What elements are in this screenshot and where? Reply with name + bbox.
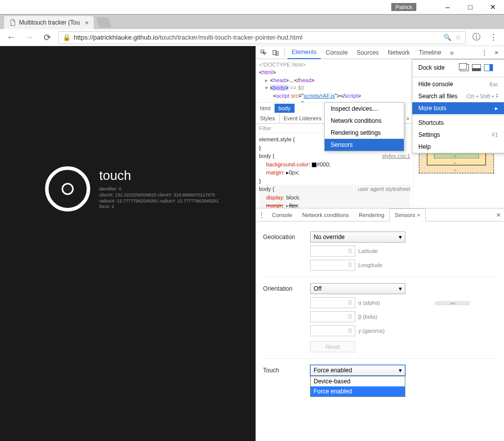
menu-help[interactable]: Help	[412, 141, 504, 153]
minimize-button[interactable]: –	[436, 0, 459, 14]
chevron-down-icon: ▾	[399, 367, 402, 374]
device-mode-icon[interactable]	[270, 49, 281, 56]
page-viewport[interactable]: touch identifier: 0 clientX: 152.2222290…	[0, 46, 256, 441]
breadcrumb-html[interactable]: html	[256, 104, 275, 113]
more-tools-submenu: Inspect devices… Network conditions Rend…	[324, 102, 404, 151]
touch-coords: clientX: 152.2222290039625 clientY: 318.…	[99, 192, 218, 198]
window-titlebar: Patrick – □ ✕	[0, 0, 504, 14]
info-icon[interactable]: ⓘ	[470, 31, 483, 44]
close-drawer-tab-icon[interactable]: ×	[417, 212, 420, 218]
page-icon	[9, 19, 16, 26]
submenu-inspect-devices[interactable]: Inspect devices…	[325, 103, 404, 115]
url-path: /touch/tracker/multi-touch-tracker-point…	[158, 34, 302, 41]
latitude-label: Latitude	[358, 248, 378, 254]
devtools-tabbar: Elements Console Sources Network Timelin…	[256, 46, 504, 59]
css-element-style[interactable]: element.style {	[259, 136, 295, 142]
submenu-network-conditions[interactable]: Network conditions	[325, 115, 404, 127]
reset-button[interactable]: Reset	[310, 341, 355, 352]
forward-button[interactable]: →	[22, 31, 36, 45]
sensors-panel: Geolocation No override▾ Latitude Longit…	[256, 222, 504, 441]
touch-select-options: Device-based Force enabled	[310, 376, 405, 397]
search-icon[interactable]: 🔍	[443, 34, 451, 41]
lock-icon: 🔒	[63, 34, 71, 41]
touch-option-device-based[interactable]: Device-based	[311, 376, 405, 386]
alpha-label: α (alpha)	[358, 300, 380, 306]
alpha-input[interactable]	[310, 297, 355, 308]
css-source-link[interactable]: styles.css:1	[382, 152, 410, 160]
devtools-settings-menu: Dock side Hide consoleEsc Search all fil…	[412, 59, 504, 153]
submenu-sensors[interactable]: Sensors	[325, 139, 404, 151]
touch-select[interactable]: Force enabled▾	[310, 365, 405, 376]
omnibox[interactable]: 🔒 https://patrickhlauke.github.io/touch/…	[58, 31, 466, 44]
star-icon[interactable]: ☆	[455, 34, 461, 41]
browser-tabstrip: Multitouch tracker (Tou ×	[0, 14, 504, 29]
tab-sources[interactable]: Sources	[353, 46, 383, 59]
dock-undock-icon[interactable]	[460, 64, 469, 71]
styles-tab[interactable]: Styles	[256, 113, 280, 123]
device-preview	[422, 283, 482, 323]
menu-shortcuts[interactable]: Shortcuts	[412, 117, 504, 129]
back-button[interactable]: ←	[4, 31, 18, 45]
reload-button[interactable]: ⟳	[40, 31, 54, 45]
touch-heading: touch	[99, 168, 218, 183]
chevron-down-icon: ▾	[399, 234, 402, 241]
devtools-menu-icon[interactable]: ⋮	[479, 49, 490, 57]
tab-network[interactable]: Network	[384, 46, 414, 59]
close-window-button[interactable]: ✕	[481, 0, 504, 14]
address-bar: ← → ⟳ 🔒 https://patrickhlauke.github.io/…	[0, 29, 504, 46]
new-tab-button[interactable]	[96, 18, 111, 28]
ua-stylesheet-label: user agent stylesheet	[358, 185, 410, 193]
geolocation-label: Geolocation	[263, 232, 303, 241]
chevron-down-icon: ▾	[399, 285, 402, 292]
css-body-rule[interactable]: body {	[259, 153, 275, 159]
chevron-right-icon: ▸	[495, 105, 498, 112]
gamma-input[interactable]	[310, 325, 355, 336]
color-swatch-icon[interactable]	[312, 162, 317, 167]
tab-title: Multitouch tracker (Tou	[19, 19, 80, 26]
browser-tab[interactable]: Multitouch tracker (Tou ×	[4, 16, 94, 29]
menu-more-tools[interactable]: More tools▸	[412, 102, 504, 114]
inspect-element-icon[interactable]	[258, 49, 269, 56]
orientation-label: Orientation	[263, 283, 303, 292]
drawer-menu-icon[interactable]: ⋮	[256, 211, 267, 219]
close-tab-icon[interactable]: ×	[85, 19, 89, 27]
touch-option-force-enabled[interactable]: Force enabled	[311, 386, 405, 396]
latitude-input[interactable]	[310, 246, 355, 257]
drawer-tabbar: ⋮ Console Network conditions Rendering S…	[256, 208, 504, 222]
devtools-close-icon[interactable]: ×	[491, 49, 502, 57]
touch-force: force: 1	[99, 204, 218, 210]
longitude-input[interactable]	[310, 260, 355, 271]
drawer-tab-sensors[interactable]: Sensors×	[389, 208, 426, 222]
url-host: patrickhlauke.github.io	[93, 34, 158, 41]
gamma-label: γ (gamma)	[358, 328, 385, 334]
dock-side-label: Dock side	[418, 64, 445, 71]
geolocation-select[interactable]: No override▾	[310, 232, 405, 243]
dom-doctype: <!DOCTYPE html>	[259, 62, 306, 68]
dock-side-row: Dock side	[412, 60, 504, 76]
menu-hide-console[interactable]: Hide consoleEsc	[412, 78, 504, 90]
dock-right-icon[interactable]	[484, 64, 493, 71]
drawer-tab-console[interactable]: Console	[267, 208, 297, 222]
browser-menu-icon[interactable]: ⋮	[487, 31, 500, 44]
menu-settings[interactable]: SettingsF1	[412, 129, 504, 141]
submenu-rendering-settings[interactable]: Rendering settings	[325, 127, 404, 139]
tab-elements[interactable]: Elements	[288, 46, 321, 59]
event-listeners-tab[interactable]: Event Listeners	[280, 113, 326, 123]
dock-bottom-icon[interactable]	[472, 64, 481, 71]
overflow-tabs-icon[interactable]: »	[446, 49, 457, 57]
user-badge: Patrick	[391, 3, 416, 11]
orientation-select[interactable]: Off▾	[310, 283, 405, 294]
beta-label: β (beta)	[358, 314, 377, 320]
maximize-button[interactable]: □	[459, 0, 481, 14]
drawer-tab-rendering[interactable]: Rendering	[354, 208, 389, 222]
longitude-label: Longitude	[358, 262, 382, 268]
touch-radius: radiusX: 12.77777862548281 radiusY: 12.7…	[99, 198, 218, 204]
menu-search-all-files[interactable]: Search all filesCtrl + Shift + F	[412, 90, 504, 102]
drawer-tab-network-conditions[interactable]: Network conditions	[297, 208, 354, 222]
tab-timeline[interactable]: Timeline	[415, 46, 445, 59]
devtools-panel: Elements Console Sources Network Timelin…	[256, 46, 504, 441]
breadcrumb-body[interactable]: body	[275, 104, 295, 113]
beta-input[interactable]	[310, 311, 355, 322]
tab-console[interactable]: Console	[322, 46, 352, 59]
drawer-close-icon[interactable]: ×	[493, 211, 504, 219]
